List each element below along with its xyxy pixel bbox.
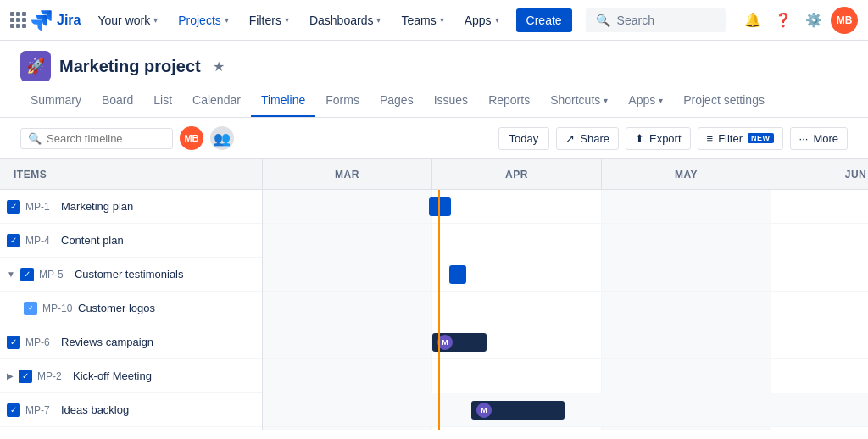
nav-filters[interactable]: Filters ▾: [242, 8, 296, 32]
share-button[interactable]: ↗ Share: [556, 127, 619, 150]
checkbox-mp10[interactable]: ✓: [24, 302, 37, 315]
task-name-mp4: Content plan: [61, 234, 124, 247]
group-avatar[interactable]: 👥: [210, 126, 234, 150]
task-name-mp7: Ideas backlog: [61, 403, 129, 416]
share-icon: ↗: [565, 132, 575, 145]
nav-dashboards[interactable]: Dashboards ▾: [303, 8, 388, 32]
task-id-mp7: MP-7: [25, 404, 56, 416]
search-timeline-input[interactable]: [47, 132, 157, 145]
settings-button[interactable]: ⚙️: [800, 7, 827, 34]
chevron-down-icon: ▾: [440, 15, 444, 25]
task-row-mp1[interactable]: ✓ MP-1 Marketing plan: [0, 190, 262, 224]
star-icon[interactable]: ★: [213, 58, 225, 75]
chevron-down-icon: ▾: [285, 15, 289, 25]
search-icon: 🔍: [596, 14, 610, 27]
tab-calendar[interactable]: Calendar: [182, 85, 251, 117]
task-row-mp7[interactable]: ✓ MP-7 Ideas backlog: [0, 393, 262, 427]
gantt-row-mp5[interactable]: M: [263, 325, 868, 359]
gantt-row-mp10[interactable]: M: [263, 393, 868, 427]
task-name-mp2: Kick-off Meeting: [73, 370, 152, 382]
help-button[interactable]: ❓: [770, 7, 797, 34]
checkbox-mp1[interactable]: ✓: [7, 200, 20, 214]
checkbox-mp6[interactable]: ✓: [7, 336, 20, 349]
tab-summary[interactable]: Summary: [20, 85, 92, 117]
search-bar[interactable]: 🔍 Search: [586, 8, 726, 32]
tab-list[interactable]: List: [143, 85, 182, 117]
grid-icon: [10, 12, 26, 28]
month-mar: MAR: [263, 159, 432, 189]
tab-reports[interactable]: Reports: [478, 85, 540, 117]
task-row-mp4[interactable]: ✓ MP-4 Content plan: [0, 224, 262, 258]
filter-badge: NEW: [748, 133, 774, 143]
checkbox-mp7[interactable]: ✓: [7, 403, 20, 417]
export-icon: ⬆: [635, 132, 644, 145]
search-timeline[interactable]: 🔍: [20, 128, 173, 149]
checkbox-mp4[interactable]: ✓: [7, 234, 20, 247]
task-id-mp10: MP-10: [42, 303, 73, 314]
user-avatar-filter[interactable]: MB: [180, 126, 203, 150]
tab-forms[interactable]: Forms: [315, 85, 370, 117]
nav-logo-text: Jira: [57, 13, 81, 28]
month-apr: APR: [432, 159, 602, 189]
expand-icon-mp2[interactable]: ▶: [7, 371, 14, 381]
tab-timeline[interactable]: Timeline: [251, 85, 315, 117]
task-row-mp5[interactable]: ▼ ✓ MP-5 Customer testimonials: [0, 258, 262, 292]
nav-icons: 🔔 ❓ ⚙️ MB: [739, 7, 858, 34]
nav-apps[interactable]: Apps ▾: [458, 8, 506, 32]
project-icon: 🚀: [20, 51, 51, 81]
tab-shortcuts[interactable]: Shortcuts ▾: [540, 85, 618, 117]
expand-icon-mp5[interactable]: ▼: [7, 270, 15, 279]
nav-projects[interactable]: Projects ▾: [171, 8, 236, 32]
bar-avatar-mp10: M: [476, 403, 492, 418]
ellipsis-icon: ···: [799, 132, 809, 145]
gantt-bar-mp10[interactable]: M: [471, 401, 565, 420]
tab-board[interactable]: Board: [92, 85, 143, 117]
chevron-down-icon: ▾: [659, 96, 663, 105]
more-button[interactable]: ··· More: [790, 127, 848, 150]
jira-logo-icon: [31, 10, 52, 31]
top-nav: Jira Your work ▾ Projects ▾ Filters ▾ Da…: [0, 0, 868, 41]
task-id-mp6: MP-6: [25, 336, 56, 348]
export-button[interactable]: ⬆ Export: [626, 127, 691, 150]
checkbox-mp5[interactable]: ✓: [20, 268, 34, 281]
timeline-toolbar: 🔍 MB 👥 Today ↗ Share ⬆ Export ≡ Filter N…: [0, 118, 868, 159]
month-may: MAY: [602, 159, 771, 189]
timeline-content: ✓ MP-1 Marketing plan ✓ MP-4 Content pla…: [0, 190, 868, 430]
filter-icon: ≡: [707, 132, 714, 145]
nav-teams[interactable]: Teams ▾: [394, 8, 450, 32]
task-id-mp5: MP-5: [39, 269, 70, 281]
create-button[interactable]: Create: [516, 8, 572, 32]
search-icon: 🔍: [28, 132, 42, 145]
project-header: 🚀 Marketing project ★: [0, 41, 868, 81]
nav-logo[interactable]: Jira: [10, 10, 81, 31]
tab-pages[interactable]: Pages: [370, 85, 424, 117]
notifications-button[interactable]: 🔔: [739, 7, 766, 34]
search-placeholder: Search: [617, 14, 654, 27]
project-title: Marketing project: [59, 57, 201, 76]
filter-button[interactable]: ≡ Filter NEW: [698, 127, 783, 150]
gantt-bar-mp1[interactable]: [429, 197, 451, 216]
items-column-header: Items: [0, 159, 263, 189]
tab-issues[interactable]: Issues: [424, 85, 478, 117]
task-name-mp6: Reviews campaign: [61, 336, 153, 348]
gantt-bar-mp4[interactable]: [449, 265, 466, 284]
task-row-mp8[interactable]: ✓ MP-8 Customer satisfaction survey: [0, 427, 262, 430]
user-avatar[interactable]: MB: [831, 7, 858, 34]
timeline-right-panel: M M M: [263, 190, 868, 430]
task-row-mp10[interactable]: ✓ MP-10 Customer logos: [17, 292, 262, 325]
task-id-mp1: MP-1: [25, 201, 56, 213]
task-row-mp6[interactable]: ✓ MP-6 Reviews campaign: [0, 325, 262, 359]
gantt-bar-mp5[interactable]: M: [432, 333, 487, 352]
project-tabs: Summary Board List Calendar Timeline For…: [0, 85, 868, 118]
today-button[interactable]: Today: [498, 127, 550, 150]
chevron-down-icon: ▾: [225, 15, 229, 25]
tab-project-settings[interactable]: Project settings: [673, 85, 775, 117]
gantt-grid: M M M: [263, 190, 868, 430]
nav-your-work[interactable]: Your work ▾: [91, 8, 164, 32]
gantt-row-mp4[interactable]: [263, 258, 868, 292]
checkbox-mp2[interactable]: ✓: [19, 370, 32, 383]
chevron-down-icon: ▾: [153, 15, 158, 25]
task-row-mp2[interactable]: ▶ ✓ MP-2 Kick-off Meeting: [0, 359, 262, 393]
tab-apps[interactable]: Apps ▾: [618, 85, 673, 117]
gantt-row-mp1[interactable]: [263, 190, 868, 224]
